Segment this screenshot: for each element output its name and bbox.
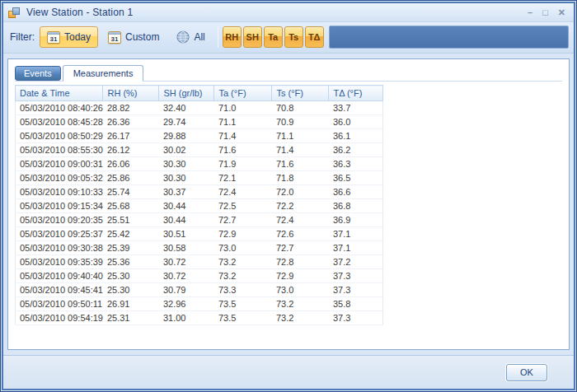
table-cell: 71.1 (214, 115, 272, 129)
filter-custom-label: Custom (125, 31, 159, 43)
table-cell: 36.2 (329, 143, 383, 157)
measurements-grid-area: Date & Time RH (%) SH (gr/lb) Ta (°F) Ts… (15, 82, 569, 349)
table-cell: 05/03/2010 09:30:38 (16, 241, 103, 255)
table-row[interactable]: 05/03/2010 09:40:4025.3030.7273.272.937.… (16, 269, 383, 283)
table-cell: 31.00 (159, 311, 214, 325)
table-row[interactable]: 05/03/2010 09:00:3126.0630.3071.971.636.… (16, 157, 383, 171)
table-cell: 72.7 (214, 213, 272, 227)
table-cell: 37.3 (329, 269, 383, 283)
app-icon (8, 7, 20, 18)
table-cell: 71.1 (272, 129, 329, 143)
table-cell: 30.30 (159, 171, 214, 185)
table-cell: 73.2 (272, 297, 329, 311)
table-cell: 25.39 (103, 241, 159, 255)
calendar-icon: 31 (47, 31, 60, 44)
table-row[interactable]: 05/03/2010 09:15:3425.6830.4472.572.236.… (16, 199, 383, 213)
column-header-sh[interactable]: SH (gr/lb) (159, 86, 214, 101)
table-row[interactable]: 05/03/2010 09:50:1126.9132.9673.573.235.… (16, 297, 383, 311)
table-row[interactable]: 05/03/2010 09:10:3325.7430.3772.472.036.… (16, 185, 383, 199)
tab-events[interactable]: Events (15, 66, 61, 81)
table-cell: 26.36 (103, 115, 159, 129)
column-header-datetime[interactable]: Date & Time (16, 86, 103, 101)
table-row[interactable]: 05/03/2010 09:25:3725.4230.5172.972.637.… (16, 227, 383, 241)
table-cell: 36.1 (329, 129, 383, 143)
table-cell: 37.2 (329, 255, 383, 269)
toggle-ts-button[interactable]: Ts (284, 26, 303, 48)
table-cell: 72.4 (272, 213, 329, 227)
table-cell: 25.30 (103, 269, 159, 283)
table-body: 05/03/2010 08:40:2628.8232.4071.070.833.… (16, 101, 383, 325)
toggle-ta-button[interactable]: Ta (264, 26, 283, 48)
ok-button[interactable]: OK (506, 364, 547, 381)
table-row[interactable]: 05/03/2010 09:45:4125.3030.7973.373.037.… (16, 283, 383, 297)
table-row[interactable]: 05/03/2010 09:54:1925.3131.0073.573.237.… (16, 311, 383, 325)
table-row[interactable]: 05/03/2010 08:40:2628.8232.4071.070.833.… (16, 101, 383, 115)
table-cell: 05/03/2010 09:54:19 (16, 311, 103, 325)
table-cell: 05/03/2010 09:00:31 (16, 157, 103, 171)
table-cell: 73.0 (214, 241, 272, 255)
window-frame: View Station - Station 1 – □ ✕ Filter: 3… (2, 2, 575, 390)
table-row[interactable]: 05/03/2010 08:50:2926.1729.8871.471.136.… (16, 129, 383, 143)
table-row[interactable]: 05/03/2010 08:45:2826.3629.7471.170.936.… (16, 115, 383, 129)
table-cell: 30.79 (159, 283, 214, 297)
table-cell: 72.7 (272, 241, 329, 255)
table-cell: 37.1 (329, 241, 383, 255)
maximize-icon[interactable]: □ (542, 8, 548, 16)
filter-today-button[interactable]: 31 Today (40, 26, 98, 48)
content-panel: Events Measurements Date & Time RH (%) (7, 58, 570, 350)
table-row[interactable]: 05/03/2010 09:30:3825.3930.5873.072.737.… (16, 241, 383, 255)
table-cell: 71.6 (214, 143, 272, 157)
table-cell: 72.6 (272, 227, 329, 241)
table-cell: 25.86 (103, 171, 159, 185)
table-cell: 05/03/2010 09:10:33 (16, 185, 103, 199)
table-header-row: Date & Time RH (%) SH (gr/lb) Ta (°F) Ts… (16, 86, 383, 101)
table-row[interactable]: 05/03/2010 09:20:3525.5130.4472.772.436.… (16, 213, 383, 227)
minimize-icon[interactable]: – (528, 8, 532, 16)
table-cell: 26.91 (103, 297, 159, 311)
toggle-rh-button[interactable]: RH (223, 26, 242, 48)
table-cell: 30.51 (159, 227, 214, 241)
window-title: View Station - Station 1 (26, 7, 133, 18)
table-cell: 33.7 (329, 101, 383, 115)
toggle-tdelta-button[interactable]: TΔ (305, 26, 324, 48)
table-cell: 36.3 (329, 157, 383, 171)
column-header-tdelta[interactable]: TΔ (°F) (329, 86, 383, 101)
table-cell: 35.8 (329, 297, 383, 311)
table-cell: 25.68 (103, 199, 159, 213)
table-cell: 05/03/2010 09:35:39 (16, 255, 103, 269)
table-cell: 70.9 (272, 115, 329, 129)
table-cell: 36.6 (329, 185, 383, 199)
filter-today-label: Today (64, 31, 91, 43)
table-cell: 29.88 (159, 129, 214, 143)
filter-all-button[interactable]: All (169, 26, 212, 48)
table-cell: 72.0 (272, 185, 329, 199)
table-row[interactable]: 05/03/2010 09:05:3225.8630.3072.171.836.… (16, 171, 383, 185)
table-cell: 30.72 (159, 255, 214, 269)
table-cell: 36.5 (329, 171, 383, 185)
table-cell: 71.4 (272, 143, 329, 157)
table-cell: 73.3 (214, 283, 272, 297)
table-cell: 28.82 (103, 101, 159, 115)
table-cell: 25.31 (103, 311, 159, 325)
table-cell: 32.40 (159, 101, 214, 115)
column-header-ts[interactable]: Ts (°F) (272, 86, 329, 101)
close-icon[interactable]: ✕ (558, 8, 565, 16)
column-header-rh[interactable]: RH (%) (103, 86, 159, 101)
toggle-sh-button[interactable]: SH (243, 26, 262, 48)
table-cell: 37.1 (329, 227, 383, 241)
column-header-ta[interactable]: Ta (°F) (214, 86, 272, 101)
table-cell: 05/03/2010 08:45:28 (16, 115, 103, 129)
footer-bar: OK (3, 355, 574, 389)
table-cell: 30.58 (159, 241, 214, 255)
table-cell: 72.8 (272, 255, 329, 269)
table-cell: 71.8 (272, 171, 329, 185)
filter-custom-button[interactable]: 31 Custom (101, 26, 167, 48)
table-row[interactable]: 05/03/2010 08:55:3026.1230.0271.671.436.… (16, 143, 383, 157)
table-cell: 05/03/2010 09:40:40 (16, 269, 103, 283)
filter-label: Filter: (10, 31, 35, 43)
table-cell: 05/03/2010 09:15:34 (16, 199, 103, 213)
table-cell: 05/03/2010 08:50:29 (16, 129, 103, 143)
tab-measurements[interactable]: Measurements (63, 65, 144, 82)
table-row[interactable]: 05/03/2010 09:35:3925.3630.7273.272.837.… (16, 255, 383, 269)
table-cell: 36.9 (329, 213, 383, 227)
